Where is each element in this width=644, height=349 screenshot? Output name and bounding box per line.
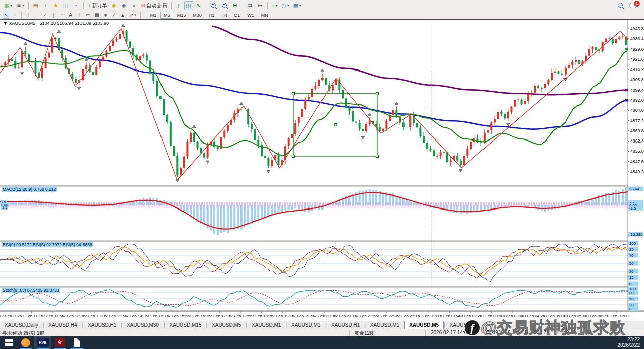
stoch-label[interactable]: Stoch(9,3,3) 87.5405 91.8733 [2, 288, 60, 293]
new-chart-dropdown-icon[interactable]: ▾ [10, 4, 12, 8]
triangle-icon: ▲ [120, 12, 125, 18]
indicators-button[interactable]: +▾ [270, 1, 279, 10]
chart-tab-bar: XAUUSD,Daily|XAUUSD,H4|XAUUSD,H1|XAUUSD,… [0, 321, 644, 329]
macd-label[interactable]: MACD(12,26,9) 6.758 6.212 [2, 187, 57, 192]
label-button[interactable]: T [75, 12, 83, 19]
timeframe-h1-button[interactable]: H1 [206, 12, 218, 19]
horizontal-line-button[interactable]: − [33, 12, 40, 19]
price-axis[interactable]: 4943.804936.404929.004921.604914.204906.… [625, 20, 644, 311]
chart-tab-2[interactable]: XAUUSD,H1 [83, 321, 121, 329]
data-window-button[interactable]: + [41, 1, 50, 10]
timeframe-m15-button[interactable]: M15 [174, 12, 189, 19]
market-button[interactable]: ● [129, 1, 138, 10]
toolbar-separator [171, 2, 172, 9]
crosshair-button[interactable]: + [11, 12, 19, 19]
chart-tab-6[interactable]: XAUUSD,M1 [247, 321, 285, 329]
chart-tab-3[interactable]: XAUUSD,M30 [122, 321, 164, 329]
taskbar-app-notepad[interactable] [68, 336, 86, 349]
status-profile[interactable]: 黄金12图 [354, 330, 375, 337]
auto-scroll-button[interactable]: ⇉ [246, 1, 255, 10]
zoom-out-button[interactable]: − [220, 1, 230, 10]
timeframe-m1-button[interactable]: M1 [147, 12, 160, 19]
text-button[interactable]: A [67, 12, 74, 19]
metaeditor-button[interactable]: ◆ [109, 1, 118, 10]
chart-tab-8[interactable]: XAUUSD,H1 [327, 321, 364, 329]
tile-windows-button[interactable]: ⊞ [231, 1, 240, 10]
svg-text:4847.60: 4847.60 [630, 159, 644, 164]
autotrade-button[interactable]: ⊘自动交易 [139, 1, 168, 10]
fibonacci-button[interactable]: ≡ [58, 12, 66, 19]
svg-text:50: 50 [629, 261, 634, 266]
chart-tab-11[interactable]: XAUUSD,M1 [445, 321, 484, 329]
svg-text:17 Feb 17:55: 17 Feb 17:55 [228, 314, 253, 318]
svg-text:17 Feb 12:35: 17 Feb 12:35 [61, 314, 86, 318]
timeframe-w1-button[interactable]: W1 [244, 12, 257, 19]
profiles-button[interactable]: ▣▾ [15, 1, 26, 10]
regression-button[interactable]: ∕ [110, 12, 118, 19]
toolbar-separator [83, 2, 84, 9]
timeframe-m30-button[interactable]: M30 [190, 12, 205, 19]
chart-tab-5[interactable]: XAUUSD,M5 [207, 321, 246, 329]
periods-dropdown-icon[interactable]: ▾ [287, 4, 289, 8]
expert-advisors-button[interactable]: ◈ [119, 1, 128, 10]
terminal-button[interactable]: ◫ [61, 1, 70, 10]
chart-tab-7[interactable]: XAUUSD,M1 [287, 321, 325, 329]
rectangle-button[interactable]: ▭ [84, 12, 92, 19]
candlestick-chart-button[interactable]: ◫ [184, 1, 193, 10]
navigator-icon: ★ [53, 2, 58, 9]
new-chart-button[interactable]: ▥▾ [3, 1, 14, 10]
taskbar-app-kvb[interactable]: KVB [34, 336, 51, 349]
taskbar-app-trading[interactable]: 金 [51, 336, 68, 349]
triangle-button[interactable]: ▲ [119, 12, 127, 19]
equidistant-channel-button[interactable]: ∥ [50, 12, 57, 19]
indicators-icon: + [272, 3, 275, 9]
tile-windows-icon: ⊞ [233, 2, 237, 9]
templates-button[interactable]: ▦▾ [292, 1, 303, 10]
new-order-button[interactable]: +新订单 [86, 1, 108, 10]
cycle-lines-button[interactable]: ∗ [102, 12, 109, 19]
start-button[interactable] [0, 336, 17, 349]
notifications-icon[interactable]: 1 [629, 3, 637, 8]
svg-text:4869.80: 4869.80 [630, 128, 644, 133]
status-separator: │ [424, 330, 427, 335]
chart-tab-1[interactable]: XAUUSD,H4 [44, 321, 82, 329]
taskbar-app-browser[interactable] [17, 336, 34, 349]
chart-tab-0[interactable]: XAUUSD,Daily [0, 321, 43, 329]
indicators-dropdown-icon[interactable]: ▾ [276, 4, 278, 8]
chart-area[interactable]: 4943.804936.404929.004921.604914.204906.… [0, 19, 644, 321]
timeframe-m5-button[interactable]: M5 [160, 12, 173, 19]
chart-tab-4[interactable]: XAUUSD,M15 [165, 321, 206, 329]
taskbar-clock[interactable]: 23:22 2026/2/22 [618, 337, 640, 348]
bar-chart-button[interactable]: ‖ [174, 1, 183, 10]
chart-tab-9[interactable]: XAUUSD,M1 [366, 321, 404, 329]
line-chart-button[interactable]: ∿ [194, 1, 203, 10]
trendline-button[interactable]: ∕ [41, 12, 49, 19]
chart-canvas[interactable]: 4943.804936.404929.004921.604914.204906.… [0, 19, 644, 323]
shapes-button[interactable]: ▩ [93, 12, 100, 19]
timeframe-d1-button[interactable]: D1 [231, 12, 244, 19]
timeframe-h4-button[interactable]: H4 [218, 12, 230, 19]
templates-dropdown-icon[interactable]: ▾ [299, 4, 301, 8]
periods-button[interactable]: ◷▾ [280, 1, 291, 10]
navigator-button[interactable]: ★ [51, 1, 60, 10]
cursor-button[interactable]: ↖ [3, 12, 10, 19]
arrow-tools-dropdown-icon[interactable]: ▾ [134, 13, 136, 17]
svg-text:0: 0 [629, 307, 632, 311]
cycle-lines-icon: ∗ [103, 12, 107, 18]
svg-text:50: 50 [629, 297, 634, 301]
market-watch-button[interactable]: ▤ [31, 1, 40, 10]
profiles-dropdown-icon[interactable]: ▾ [22, 4, 24, 8]
vertical-line-button[interactable]: | [24, 12, 32, 19]
arrow-tools-button[interactable]: ↗▾ [128, 12, 138, 19]
svg-text:-16.386: -16.386 [629, 232, 642, 237]
strategy-tester-button[interactable]: ◔ [71, 1, 80, 10]
rsi-label[interactable]: RSI(9) 90.5172 RSI(5) 92.7972 RSI(5) 94.… [2, 242, 93, 247]
chart-shift-button[interactable]: ↦ [256, 1, 265, 10]
notification-badge: 1 [634, 1, 640, 7]
toolbar-right: 1 [617, 2, 642, 9]
timeframe-mn-button[interactable]: MN [258, 12, 271, 19]
chart-tab-10[interactable]: XAUUSD,M5 [404, 321, 444, 329]
zoom-in-button[interactable]: + [209, 1, 219, 10]
search-icon[interactable] [617, 2, 624, 9]
fibonacci-icon: ≡ [61, 12, 64, 18]
